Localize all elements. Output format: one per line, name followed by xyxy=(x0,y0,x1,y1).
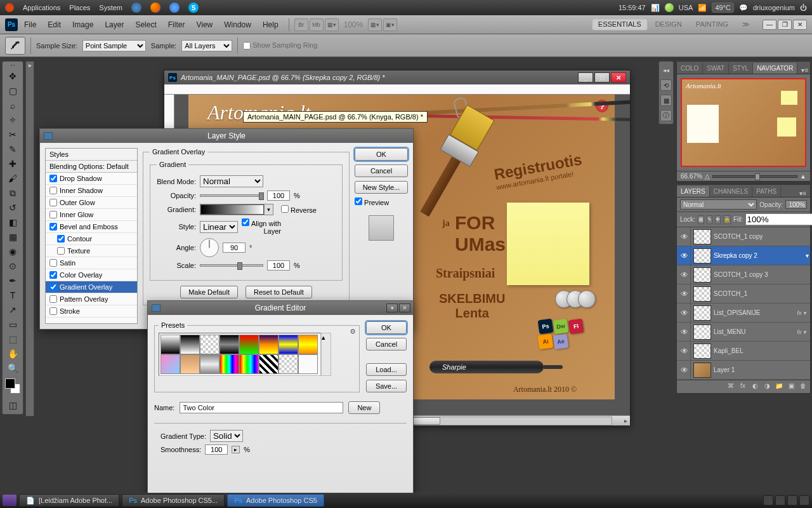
document-titlebar[interactable]: Ps Artomania_MAIN_PAGE.psd @ 66.7% (Skre… xyxy=(164,70,630,84)
brush-tool-icon[interactable]: 🖌 xyxy=(4,171,21,185)
expand-dock-icon[interactable]: ◂◂ xyxy=(660,64,672,76)
delete-layer-icon[interactable]: 🗑 xyxy=(798,382,808,391)
dialog-close-button[interactable]: ✕ xyxy=(399,304,410,312)
info-panel-icon[interactable]: ⓘ xyxy=(660,110,672,121)
outer-glow-row[interactable]: Outer Glow xyxy=(46,197,137,209)
reverse-checkbox[interactable]: Reverse xyxy=(277,205,317,214)
gradient-tool-icon[interactable]: ▦ xyxy=(4,230,21,244)
layer-row[interactable]: 👁List_OPISANIJEfx ▾ xyxy=(677,304,810,323)
power-icon[interactable]: ⏻ xyxy=(800,4,807,11)
view-extras-button[interactable]: ▦▾ xyxy=(325,18,339,31)
visibility-icon[interactable]: 👁 xyxy=(678,284,691,303)
layer-row[interactable]: 👁SCOTCH_1 xyxy=(677,284,810,304)
username[interactable]: driuxogenium xyxy=(753,4,795,11)
tab-styles[interactable]: STYL xyxy=(729,63,753,74)
layer-row[interactable]: 👁Layer 1 xyxy=(677,361,810,380)
show-desktop-button[interactable] xyxy=(3,495,16,506)
marquee-tool-icon[interactable]: ▢ xyxy=(4,84,21,98)
visibility-icon[interactable]: 👁 xyxy=(678,361,691,379)
left-collapsed-dock[interactable]: ▸ xyxy=(25,61,34,417)
wand-tool-icon[interactable]: ✧ xyxy=(4,113,21,127)
menu-edit[interactable]: Edit xyxy=(43,20,66,29)
lock-position-icon[interactable]: ✥ xyxy=(715,215,721,224)
tab-paths[interactable]: PATHS xyxy=(752,186,781,197)
preset-swatch[interactable] xyxy=(239,354,259,374)
reset-default-button[interactable]: Reset to Default xyxy=(246,286,312,298)
doc-close-button[interactable]: ✕ xyxy=(611,72,626,83)
layer-mask-icon[interactable]: ◐ xyxy=(750,382,760,391)
history-brush-tool-icon[interactable]: ↺ xyxy=(4,201,21,215)
navigator-zoom[interactable]: 66.67% xyxy=(681,173,702,180)
drop-shadow-row[interactable]: Drop Shadow xyxy=(46,173,137,185)
layer-row[interactable]: 👁Kapli_BEL xyxy=(677,342,810,361)
keyboard-layout[interactable]: USA xyxy=(679,4,693,11)
preset-swatch[interactable] xyxy=(298,354,318,374)
preset-swatch[interactable] xyxy=(298,335,318,354)
healing-tool-icon[interactable]: ✚ xyxy=(4,157,21,171)
trash-icon[interactable] xyxy=(799,495,809,505)
opacity-input[interactable] xyxy=(267,190,290,201)
show-sampling-ring-checkbox[interactable]: Show Sampling Ring xyxy=(243,41,317,50)
eraser-tool-icon[interactable]: ◧ xyxy=(4,215,21,229)
tab-navigator[interactable]: NAVIGATOR xyxy=(753,63,797,74)
sample-select[interactable]: All Layers xyxy=(181,40,232,51)
color-overlay-row[interactable]: Color Overlay xyxy=(46,269,137,281)
workspace-more[interactable]: ≫ xyxy=(736,18,756,30)
lock-transparency-icon[interactable]: ▦ xyxy=(698,215,704,224)
make-default-button[interactable]: Make Default xyxy=(180,286,238,298)
preset-swatch[interactable] xyxy=(200,354,219,374)
ubuntu-logo-icon[interactable] xyxy=(5,3,14,12)
cancel-button[interactable]: Cancel xyxy=(355,164,408,177)
new-style-button[interactable]: New Style... xyxy=(355,181,408,194)
workspace-essentials[interactable]: ESSENTIALS xyxy=(592,18,648,30)
texture-row[interactable]: Texture xyxy=(46,245,137,257)
smoothness-input[interactable] xyxy=(205,444,228,455)
gradient-editor-titlebar[interactable]: Gradient Editor ▾✕ xyxy=(148,301,413,315)
gradient-style-select[interactable]: Linear xyxy=(200,221,238,233)
scale-slider[interactable] xyxy=(200,264,263,267)
gradient-overlay-row[interactable]: Gradient Overlay xyxy=(46,281,137,293)
arrange-docs-button[interactable]: ▦▾ xyxy=(368,18,382,31)
preset-swatch[interactable] xyxy=(160,354,180,374)
visibility-icon[interactable]: 👁 xyxy=(678,323,691,341)
app-restore-button[interactable]: ❐ xyxy=(778,20,792,30)
workspace-painting[interactable]: PAINTING xyxy=(690,18,735,30)
preset-swatch[interactable] xyxy=(239,335,259,354)
clock[interactable]: 15:59:47 xyxy=(619,4,646,11)
navigator-thumbnail[interactable]: Artomania.lt xyxy=(681,78,806,167)
preset-swatch[interactable] xyxy=(278,354,298,374)
opacity-slider[interactable] xyxy=(200,194,263,197)
horizontal-ruler[interactable] xyxy=(164,84,630,95)
zoom-in-icon[interactable]: ▲ xyxy=(800,173,806,180)
crop-tool-icon[interactable]: ✂ xyxy=(4,128,21,142)
layer-row[interactable]: 👁SCOTCH_1 copy 3 xyxy=(677,265,810,284)
browser-icon[interactable] xyxy=(131,3,141,13)
lock-all-icon[interactable]: 🔒 xyxy=(723,215,731,224)
visibility-icon[interactable]: 👁 xyxy=(678,304,691,322)
zoom-out-icon[interactable]: △ xyxy=(705,173,710,180)
preset-swatch[interactable] xyxy=(278,335,298,354)
presets-menu-icon[interactable]: ⊙ xyxy=(350,328,355,335)
dialog-min-button[interactable]: ▾ xyxy=(386,304,398,312)
visibility-icon[interactable]: 👁 xyxy=(678,265,691,284)
layer-row[interactable]: 👁SCOTCH_1 copy xyxy=(677,227,810,246)
ok-button[interactable]: OK xyxy=(355,148,408,161)
menu-select[interactable]: Select xyxy=(130,20,161,29)
preview-checkbox[interactable]: Preview xyxy=(355,197,408,206)
pen-tool-icon[interactable]: ✒ xyxy=(4,274,21,288)
stroke-row[interactable]: Stroke xyxy=(46,305,137,318)
move-tool-icon[interactable]: ✥ xyxy=(4,69,21,83)
doc-maximize-button[interactable]: □ xyxy=(594,72,610,83)
tab-color[interactable]: COLO xyxy=(677,63,703,74)
preset-swatch[interactable] xyxy=(200,335,219,354)
shape-tool-icon[interactable]: ▭ xyxy=(4,318,21,331)
color-swatches[interactable] xyxy=(5,378,20,394)
zoom-slider[interactable] xyxy=(712,175,797,178)
layer-row[interactable]: 👁List_MENUfx ▾ xyxy=(677,323,810,342)
status-indicator-icon[interactable] xyxy=(665,3,674,12)
color-panel-icon[interactable]: ▦ xyxy=(660,95,672,106)
type-tool-icon[interactable]: T xyxy=(4,288,21,302)
menu-window[interactable]: Window xyxy=(219,20,256,29)
app-close-button[interactable]: ✕ xyxy=(793,20,807,30)
visibility-icon[interactable]: 👁 xyxy=(678,227,691,246)
